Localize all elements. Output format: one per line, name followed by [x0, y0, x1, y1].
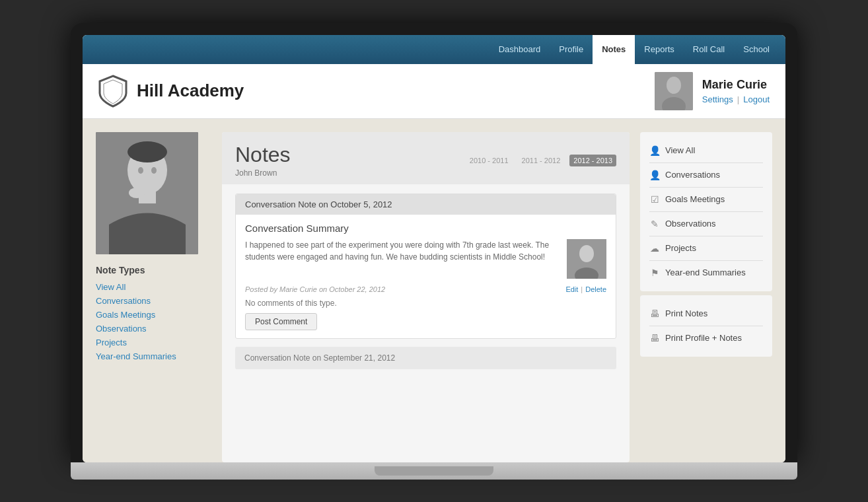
right-conversations-label: Conversations [665, 170, 720, 180]
site-title: Hill Academy [137, 81, 244, 101]
printer-icon-notes: 🖶 [649, 308, 660, 319]
site-header: Hill Academy Marie Curie Settings [83, 64, 785, 119]
nav-profile[interactable]: Profile [550, 35, 593, 64]
left-sidebar: Note Types View All Conversations Goals … [96, 132, 211, 462]
pencil-icon: ✎ [649, 219, 660, 229]
right-print-section: 🖶 Print Notes 🖶 Print Profile + Notes [640, 295, 772, 357]
notes-body: Conversation Note on October 5, 2012 Con… [222, 184, 630, 378]
right-observations[interactable]: ✎ Observations [649, 215, 763, 233]
settings-link[interactable]: Settings [702, 94, 733, 104]
svg-point-9 [129, 188, 145, 198]
print-notes-item[interactable]: 🖶 Print Notes [649, 305, 763, 323]
divider-3 [649, 211, 763, 212]
cloud-icon: ☁ [649, 243, 660, 254]
note-card-1-body: Conversation Summary I happened to see p… [236, 215, 616, 338]
note-footer: Posted by Marie Curie on October 22, 201… [245, 285, 606, 293]
logout-link[interactable]: Logout [743, 94, 770, 104]
laptop-screen: Dashboard Profile Notes Reports Roll Cal… [71, 23, 797, 462]
print-profile-notes-item[interactable]: 🖶 Print Profile + Notes [649, 329, 763, 347]
laptop-notch [375, 466, 493, 476]
main-content: Note Types View All Conversations Goals … [83, 119, 785, 462]
right-sidebar-note-types: 👤 View All 👤 Conversations ☑ Goals Meeti… [640, 132, 772, 291]
nav-reports[interactable]: Reports [635, 35, 684, 64]
divider-4 [649, 236, 763, 236]
right-observations-label: Observations [665, 219, 716, 229]
user-name: Marie Curie [702, 78, 770, 92]
right-sidebar: 👤 View All 👤 Conversations ☑ Goals Meeti… [640, 132, 772, 462]
divider-6 [649, 326, 763, 326]
right-goals-meetings-label: Goals Meetings [665, 194, 725, 204]
note-type-view-all[interactable]: View All [96, 282, 211, 292]
right-conversations[interactable]: 👤 Conversations [649, 166, 763, 184]
note-card-2-partial: Conversation Note on September 21, 2012 [235, 347, 616, 369]
right-projects-label: Projects [665, 243, 696, 253]
print-profile-notes-label: Print Profile + Notes [665, 333, 742, 343]
print-notes-label: Print Notes [665, 308, 707, 318]
right-year-end-label: Year-end Summaries [665, 268, 746, 277]
notes-title-section: Notes John Brown [235, 143, 291, 178]
note-actions: Edit | Delete [565, 285, 606, 293]
user-info: Marie Curie Settings | Logout [655, 72, 770, 110]
note-posted: Posted by Marie Curie on October 22, 201… [245, 285, 385, 293]
screen-inner: Dashboard Profile Notes Reports Roll Cal… [83, 35, 785, 462]
post-comment-button[interactable]: Post Comment [245, 313, 317, 330]
note-types-list: View All Conversations Goals Meetings Ob… [96, 282, 211, 361]
year-tab-2012-2013[interactable]: 2012 - 2013 [569, 155, 616, 166]
notes-area: Notes John Brown 2010 - 2011 2011 - 2012… [222, 132, 630, 462]
separator: | [737, 94, 739, 104]
note-card-1: Conversation Note on October 5, 2012 Con… [235, 194, 616, 339]
nav-notes[interactable]: Notes [593, 35, 635, 64]
svg-point-1 [667, 77, 681, 94]
student-avatar-image [96, 132, 198, 254]
svg-point-7 [138, 167, 143, 174]
divider-2 [649, 187, 763, 188]
note-type-year-end-summaries[interactable]: Year-end Summaries [96, 351, 211, 361]
note-summary-title: Conversation Summary [245, 223, 606, 234]
year-tab-2010-2011[interactable]: 2010 - 2011 [466, 155, 513, 166]
notes-page-title: Notes [235, 143, 291, 167]
svg-point-11 [579, 245, 594, 262]
note-person-thumb [567, 239, 606, 279]
nav-school[interactable]: School [734, 35, 779, 64]
note-types-section: Note Types View All Conversations Goals … [96, 265, 211, 361]
note-thumb-image [567, 239, 606, 279]
right-goals-meetings[interactable]: ☑ Goals Meetings [649, 190, 763, 209]
person-icon-conversations: 👤 [649, 170, 660, 180]
no-comments-text: No comments of this type. [245, 299, 606, 308]
laptop-frame: Dashboard Profile Notes Reports Roll Cal… [71, 23, 797, 480]
year-tab-2011-2012[interactable]: 2011 - 2012 [518, 155, 565, 166]
svg-point-8 [151, 167, 157, 174]
site-logo: Hill Academy [98, 75, 244, 108]
nav-roll-call[interactable]: Roll Call [684, 35, 734, 64]
user-avatar [655, 72, 693, 110]
note-content-row: I happened to see part of the experiment… [245, 239, 606, 279]
top-nav: Dashboard Profile Notes Reports Roll Cal… [83, 35, 785, 64]
note-type-conversations[interactable]: Conversations [96, 296, 211, 306]
flag-icon: ⚑ [649, 268, 660, 278]
nav-dashboard[interactable]: Dashboard [489, 35, 550, 64]
note-type-goals-meetings[interactable]: Goals Meetings [96, 310, 211, 320]
note-text: I happened to see part of the experiment… [245, 239, 559, 279]
notes-header: Notes John Brown 2010 - 2011 2011 - 2012… [222, 132, 630, 184]
laptop-base [71, 462, 797, 480]
note-type-projects[interactable]: Projects [96, 338, 211, 347]
delete-note-link[interactable]: Delete [585, 285, 606, 293]
right-view-all-label: View All [665, 145, 695, 155]
divider-1 [649, 162, 763, 163]
shield-icon [98, 75, 127, 108]
right-view-all[interactable]: 👤 View All [649, 141, 763, 160]
right-projects[interactable]: ☁ Projects [649, 239, 763, 258]
marie-curie-avatar-image [655, 72, 693, 110]
edit-note-link[interactable]: Edit [565, 285, 578, 293]
student-name: John Brown [235, 168, 291, 178]
note-card-1-header: Conversation Note on October 5, 2012 [236, 194, 616, 215]
student-photo [96, 132, 198, 254]
note-type-observations[interactable]: Observations [96, 324, 211, 334]
right-year-end-summaries[interactable]: ⚑ Year-end Summaries [649, 264, 763, 282]
user-details: Marie Curie Settings | Logout [702, 78, 770, 104]
divider-5 [649, 260, 763, 261]
year-tabs: 2010 - 2011 2011 - 2012 2012 - 2013 [466, 155, 616, 166]
user-links: Settings | Logout [702, 94, 770, 104]
checkbox-icon: ☑ [649, 194, 660, 205]
svg-point-6 [127, 141, 167, 162]
